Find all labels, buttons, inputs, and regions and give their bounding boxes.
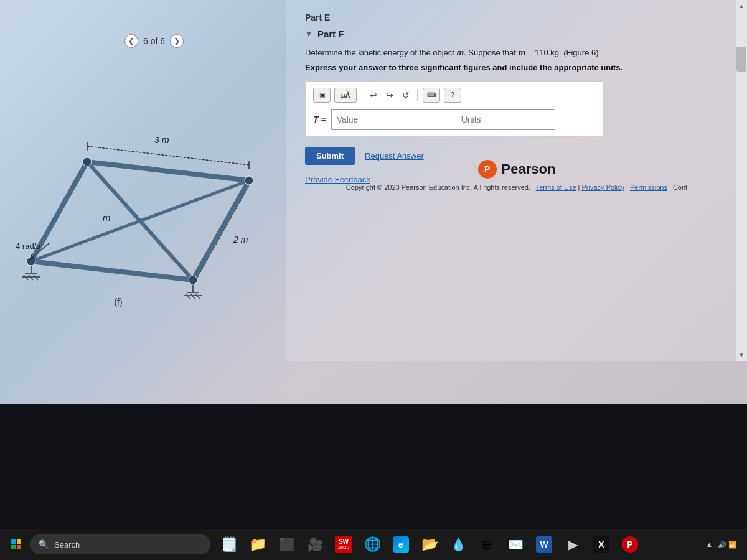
taskbar-icon-camera[interactable]: 🎥 xyxy=(301,531,329,558)
search-bar[interactable]: 🔍 Search xyxy=(30,534,210,554)
copyright-text: Copyright © 2023 Pearson Education Inc. … xyxy=(346,184,530,191)
svg-point-18 xyxy=(27,257,35,266)
svg-line-13 xyxy=(87,162,249,180)
svg-text:4 rad/s: 4 rad/s xyxy=(16,241,40,251)
pearson-logo-circle: P xyxy=(478,160,497,179)
terms-of-use-link[interactable]: Terms of Use xyxy=(536,184,576,191)
value-input[interactable] xyxy=(331,109,456,130)
pearson-logo: P Pearson xyxy=(478,160,556,179)
svg-point-21 xyxy=(245,176,253,185)
system-tray: ▲ 🔊 📶 xyxy=(706,541,742,549)
taskbar-icon-grid[interactable]: ⊞ xyxy=(473,531,500,558)
search-icon: 🔍 xyxy=(39,539,49,549)
tray-icons: 🔊 📶 xyxy=(718,541,737,549)
taskbar-icon-word[interactable]: W xyxy=(530,531,558,558)
permissions-link[interactable]: Permissions xyxy=(630,184,667,191)
main-content-area: ▲ ▼ ❮ 6 of 6 ❯ xyxy=(0,0,747,404)
privacy-policy-link[interactable]: Privacy Policy xyxy=(582,184,624,191)
input-row: T = xyxy=(313,109,596,130)
svg-point-20 xyxy=(83,157,92,166)
search-bar-text: Search xyxy=(54,540,80,549)
part-f-header: ▼ Part F xyxy=(305,29,728,39)
svg-line-15 xyxy=(193,180,249,280)
taskbar-icon-file-explorer[interactable]: 📂 xyxy=(416,531,443,558)
toolbar-separator-2 xyxy=(417,89,418,101)
svg-line-17 xyxy=(31,180,249,261)
taskbar-icon-notes[interactable]: 🗒️ xyxy=(215,531,243,558)
start-button[interactable] xyxy=(5,533,27,556)
svg-line-12 xyxy=(31,261,193,280)
taskbar-icon-mail[interactable]: ✉️ xyxy=(502,531,529,558)
pearson-brand-name: Pearson xyxy=(502,161,556,177)
tray-time: ▲ xyxy=(706,541,713,548)
problem-description: Determine the kinetic energy of the obje… xyxy=(305,47,728,59)
mu-a-button[interactable]: μÅ xyxy=(334,88,357,103)
reload-button[interactable]: ↺ xyxy=(400,89,412,101)
taskbar-icon-play[interactable]: ▶ xyxy=(559,531,586,558)
part-e-label: Part E xyxy=(305,12,728,22)
keyboard-button[interactable]: ⌨ xyxy=(423,88,440,103)
undo-button[interactable]: ↩ xyxy=(367,89,380,101)
svg-point-19 xyxy=(189,276,197,284)
taskbar: 🔍 Search 🗒️ 📁 ⬛ 🎥 SW 2020 🌐 xyxy=(0,529,747,560)
next-part-button[interactable]: ❯ xyxy=(170,34,184,48)
svg-text:(f): (f) xyxy=(114,297,122,307)
copyright-row: Copyright © 2023 Pearson Education Inc. … xyxy=(346,184,687,191)
taskbar-icon-sw[interactable]: SW 2020 xyxy=(330,531,357,558)
request-answer-link[interactable]: Request Answer xyxy=(365,151,424,161)
taskbar-app-icons: 🗒️ 📁 ⬛ 🎥 SW 2020 🌐 e 📂 xyxy=(215,531,644,558)
dark-background-area xyxy=(0,404,747,529)
matrix-button[interactable]: ▣ xyxy=(313,88,331,103)
redo-button[interactable]: ↪ xyxy=(383,89,396,101)
navigation-bar: ❮ 6 of 6 ❯ xyxy=(125,34,184,48)
taskbar-icon-chrome[interactable]: 🌐 xyxy=(359,531,386,558)
taskbar-icon-x-app[interactable]: X xyxy=(588,531,615,558)
prev-part-button[interactable]: ❮ xyxy=(125,34,138,48)
truss-diagram: 3 m 4 rad/s m 2 m (f) xyxy=(12,50,274,311)
nav-count: 6 of 6 xyxy=(143,36,165,46)
taskbar-icon-dropbox[interactable]: 💧 xyxy=(444,531,472,558)
taskbar-icon-display[interactable]: ⬛ xyxy=(273,531,300,558)
windows-logo-icon xyxy=(11,539,21,549)
problem-instruction: Express your answer to three significant… xyxy=(305,63,728,72)
pearson-branding: P Pearson Copyright © 2023 Pearson Educa… xyxy=(305,160,728,191)
part-f-dropdown-arrow[interactable]: ▼ xyxy=(305,30,312,39)
svg-text:m: m xyxy=(103,212,111,223)
units-input[interactable] xyxy=(456,109,555,130)
help-button[interactable]: ? xyxy=(444,88,461,103)
toolbar-separator-1 xyxy=(362,89,362,101)
t-equals-label: T = xyxy=(313,114,326,124)
taskbar-icon-edge[interactable]: e xyxy=(387,531,415,558)
taskbar-icon-folder[interactable]: 📁 xyxy=(244,531,271,558)
answer-toolbar: ▣ μÅ ↩ ↪ ↺ ⌨ ? xyxy=(313,88,596,103)
svg-text:3 m: 3 m xyxy=(154,135,169,145)
content-area: Part E ▼ Part F Determine the kinetic en… xyxy=(286,0,747,361)
part-f-label: Part F xyxy=(317,29,344,39)
svg-text:2 m: 2 m xyxy=(233,235,248,245)
cont-text: Cont xyxy=(673,184,687,191)
figure-area: ❮ 6 of 6 ❯ xyxy=(0,0,286,361)
answer-box: ▣ μÅ ↩ ↪ ↺ ⌨ ? xyxy=(305,81,604,137)
taskbar-icon-p-app[interactable]: P xyxy=(616,531,644,558)
